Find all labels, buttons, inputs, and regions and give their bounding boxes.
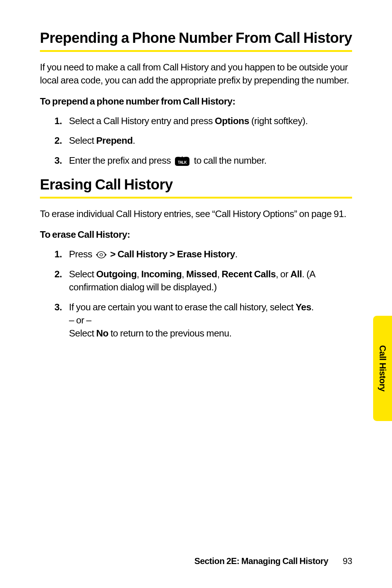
page-number: 93 bbox=[343, 556, 352, 566]
step-text: Press bbox=[69, 249, 94, 260]
divider-yellow bbox=[40, 197, 352, 199]
step-text: Select a Call History entry and press bbox=[69, 115, 215, 126]
footer-section: Section 2E: Managing Call History bbox=[194, 556, 328, 566]
svg-marker-3 bbox=[96, 254, 97, 256]
subhead-erase: To erase Call History: bbox=[40, 229, 352, 240]
nav-key-icon bbox=[95, 250, 107, 259]
step-text: . bbox=[311, 302, 314, 313]
svg-text:TALK: TALK bbox=[178, 160, 187, 164]
step-item: Select Outgoing, Incoming, Missed, Recen… bbox=[54, 268, 352, 294]
step-text: Select bbox=[69, 328, 96, 339]
bold-text: Missed bbox=[186, 269, 217, 279]
bold-text: > Call History > Erase History bbox=[108, 249, 235, 260]
bold-text: No bbox=[96, 328, 109, 339]
side-tab-call-history: Call History bbox=[373, 316, 392, 421]
step-item: Press > Call History > Erase History. bbox=[54, 248, 352, 261]
bold-text: Options bbox=[215, 115, 249, 126]
bold-text: Outgoing bbox=[96, 269, 137, 279]
step-text: , bbox=[137, 269, 141, 279]
step-text: Select bbox=[69, 135, 96, 146]
step-item: Select a Call History entry and press Op… bbox=[54, 114, 352, 127]
step-text: (right softkey). bbox=[249, 115, 307, 126]
bold-text: Prepend bbox=[96, 135, 133, 146]
divider-yellow bbox=[40, 50, 352, 52]
bold-text: Recent Calls bbox=[222, 269, 276, 279]
bold-text: All bbox=[290, 269, 302, 279]
svg-point-1 bbox=[97, 252, 105, 258]
svg-point-2 bbox=[100, 254, 103, 256]
intro-paragraph-1: If you need to make a call from Call His… bbox=[40, 61, 352, 87]
subhead-prepend: To prepend a phone number from Call Hist… bbox=[40, 96, 352, 107]
step-item: Select Prepend. bbox=[54, 134, 352, 147]
step-text: . bbox=[235, 249, 238, 260]
step-text: , bbox=[217, 269, 221, 279]
steps-erase: Press > Call History > Erase History. Se… bbox=[40, 248, 352, 340]
step-text: Select bbox=[69, 269, 96, 279]
page-footer: Section 2E: Managing Call History93 bbox=[40, 556, 352, 566]
step-item: If you are certain you want to erase the… bbox=[54, 301, 352, 340]
heading-prepending: Prepending a Phone Number From Call Hist… bbox=[40, 29, 352, 46]
step-text: Enter the prefix and press bbox=[69, 155, 173, 166]
step-text: to call the number. bbox=[192, 155, 266, 166]
step-text: , bbox=[182, 269, 186, 279]
intro-paragraph-2: To erase individual Call History entries… bbox=[40, 207, 352, 220]
step-item: Enter the prefix and press TALK to call … bbox=[54, 154, 352, 167]
step-text: to return to the previous menu. bbox=[109, 328, 232, 339]
talk-key-icon: TALK bbox=[174, 156, 190, 167]
step-text: – or – bbox=[69, 315, 91, 326]
heading-erasing: Erasing Call History bbox=[40, 176, 352, 193]
svg-marker-4 bbox=[105, 254, 107, 256]
page-content: Prepending a Phone Number From Call Hist… bbox=[0, 0, 392, 588]
bold-text: Incoming bbox=[141, 269, 182, 279]
step-text: If you are certain you want to erase the… bbox=[69, 302, 295, 313]
step-text: . bbox=[133, 135, 135, 146]
step-text: , or bbox=[276, 269, 290, 279]
steps-prepend: Select a Call History entry and press Op… bbox=[40, 114, 352, 167]
side-tab-label: Call History bbox=[377, 345, 388, 391]
bold-text: Yes bbox=[295, 302, 311, 313]
